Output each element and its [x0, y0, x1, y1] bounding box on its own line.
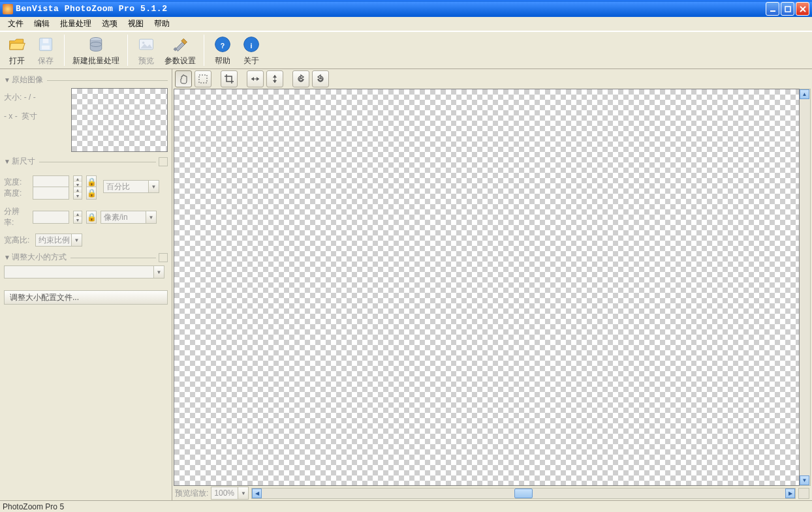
crop-tool-button[interactable]	[221, 70, 238, 87]
menu-help[interactable]: 帮助	[149, 17, 175, 31]
new-batch-button[interactable]: 新建批量处理	[69, 33, 123, 68]
zoom-combo[interactable]: 100% ▼	[211, 487, 249, 500]
marquee-icon	[198, 74, 208, 84]
lock-icon: 🔒	[87, 213, 97, 222]
section-original-label: 原始图像	[12, 74, 43, 85]
app-icon	[3, 4, 13, 14]
original-info-text: 大小: - / - - x - 英寸	[4, 88, 37, 152]
zoom-value: 100%	[214, 489, 234, 498]
spin-up-icon: ▲	[74, 176, 82, 182]
status-text: PhotoZoom Pro 5	[3, 502, 64, 511]
scroll-left-icon: ◀	[252, 489, 262, 498]
menu-options[interactable]: 选项	[97, 17, 123, 31]
save-floppy-icon	[35, 34, 56, 54]
marquee-tool-button[interactable]	[195, 70, 211, 87]
flip-vertical-button[interactable]	[266, 70, 283, 87]
vertical-scrollbar[interactable]: ▲ ▼	[800, 89, 811, 486]
height-spinner[interactable]: ▲▼	[73, 187, 82, 200]
section-options-box[interactable]	[159, 253, 168, 262]
rotate-ccw-icon	[296, 74, 306, 84]
original-info-row: 大小: - / - - x - 英寸	[4, 88, 168, 152]
new-batch-label: 新建批量处理	[72, 55, 119, 67]
chevron-down-icon: ▼	[153, 266, 164, 278]
resolution-lock-button[interactable]: 🔒	[86, 211, 97, 224]
section-resize-label: 调整大小的方式	[12, 252, 67, 263]
navigator-thumbnail[interactable]	[71, 88, 168, 152]
section-new-size[interactable]: ▼ 新尺寸	[4, 156, 168, 167]
title-bar: BenVista PhotoZoom Pro 5.1.2	[0, 0, 812, 17]
aspect-label: 宽高比:	[4, 235, 31, 246]
preview-canvas[interactable]	[174, 89, 800, 486]
svg-text:?: ?	[221, 42, 225, 50]
left-panel: ▼ 原始图像 大小: - / - - x - 英寸 ▼ 新尺寸 宽度: ▲▼ 🔒…	[0, 69, 172, 500]
settings-button[interactable]: 参数设置	[161, 33, 200, 68]
section-newsize-label: 新尺寸	[12, 156, 35, 167]
aspect-combo[interactable]: 约束比例 ▼	[35, 233, 82, 247]
toolbar-separator	[204, 35, 204, 66]
minimize-icon	[770, 6, 776, 12]
help-button[interactable]: ? 帮助	[208, 33, 237, 68]
dim-value: - x -	[4, 112, 18, 121]
preview-bottom-strip: 预览缩放: 100% ▼ ◀ ▶	[172, 486, 812, 500]
width-label: 宽度:	[4, 177, 29, 188]
hand-tool-button[interactable]	[175, 70, 192, 87]
menu-view[interactable]: 视图	[123, 17, 149, 31]
rotate-left-button[interactable]	[292, 70, 309, 87]
help-label: 帮助	[215, 55, 230, 67]
preview-label: 预览	[138, 55, 154, 67]
flip-horizontal-button[interactable]	[247, 70, 264, 87]
dim-unit: 英寸	[22, 112, 37, 121]
scroll-down-icon: ▼	[800, 475, 809, 485]
crop-icon	[224, 74, 234, 84]
open-button[interactable]: 打开	[3, 33, 31, 68]
section-resize-method[interactable]: ▼ 调整大小的方式	[4, 252, 168, 263]
minimize-button[interactable]	[766, 2, 779, 16]
scroll-corner	[798, 488, 809, 499]
status-bar: PhotoZoom Pro 5	[0, 500, 812, 512]
close-button[interactable]	[796, 2, 809, 16]
menu-edit[interactable]: 编辑	[29, 17, 55, 31]
toolbar-separator	[64, 35, 65, 66]
hand-icon	[178, 74, 189, 84]
resize-preset-label: 调整大小配置文件...	[10, 292, 79, 303]
window-title: BenVista PhotoZoom Pro 5.1.2	[16, 4, 167, 14]
window-buttons	[766, 2, 809, 16]
section-original-image[interactable]: ▼ 原始图像	[4, 74, 168, 85]
collapse-triangle-icon: ▼	[4, 158, 10, 165]
lock-icon: 🔒	[87, 188, 97, 198]
section-options-box[interactable]	[159, 157, 168, 166]
preview-button[interactable]: 预览	[132, 33, 161, 68]
resolution-input[interactable]	[33, 211, 69, 224]
height-lock-button[interactable]: 🔒	[86, 187, 97, 200]
resize-preset-button[interactable]: 调整大小配置文件...	[4, 290, 168, 305]
save-button[interactable]: 保存	[31, 33, 60, 68]
resize-method-combo[interactable]: ▼	[4, 265, 164, 279]
maximize-button[interactable]	[781, 2, 794, 16]
size-label: 大小:	[4, 93, 22, 102]
menu-batch[interactable]: 批量处理	[55, 17, 97, 31]
open-folder-icon	[7, 34, 27, 54]
size-unit-combo[interactable]: 百分比 ▼	[103, 180, 159, 193]
horizontal-scrollbar[interactable]: ◀ ▶	[251, 488, 796, 499]
toolbar-separator	[127, 35, 128, 66]
collapse-triangle-icon: ▼	[4, 76, 10, 83]
size-unit-value: 百分比	[106, 181, 130, 192]
svg-rect-16	[199, 75, 207, 83]
spin-down-icon: ▼	[74, 217, 82, 223]
open-label: 打开	[9, 55, 25, 67]
lock-icon: 🔒	[87, 177, 97, 187]
spin-up-icon: ▲	[74, 211, 82, 217]
aspect-value: 约束比例	[39, 235, 70, 246]
svg-rect-6	[43, 38, 49, 43]
scroll-thumb[interactable]	[514, 489, 533, 498]
menu-file[interactable]: 文件	[3, 17, 29, 31]
about-button[interactable]: i 关于	[237, 33, 266, 68]
resolution-unit-combo[interactable]: 像素/in ▼	[101, 211, 157, 224]
height-input[interactable]	[33, 187, 69, 200]
resolution-spinner[interactable]: ▲▼	[73, 211, 82, 224]
close-icon	[800, 6, 806, 12]
canvas-toolbar	[172, 69, 812, 89]
main-toolbar: 打开 保存 新建批量处理 预览 参数设置	[0, 31, 812, 69]
rotate-right-button[interactable]	[312, 70, 329, 87]
svg-text:i: i	[251, 42, 253, 50]
